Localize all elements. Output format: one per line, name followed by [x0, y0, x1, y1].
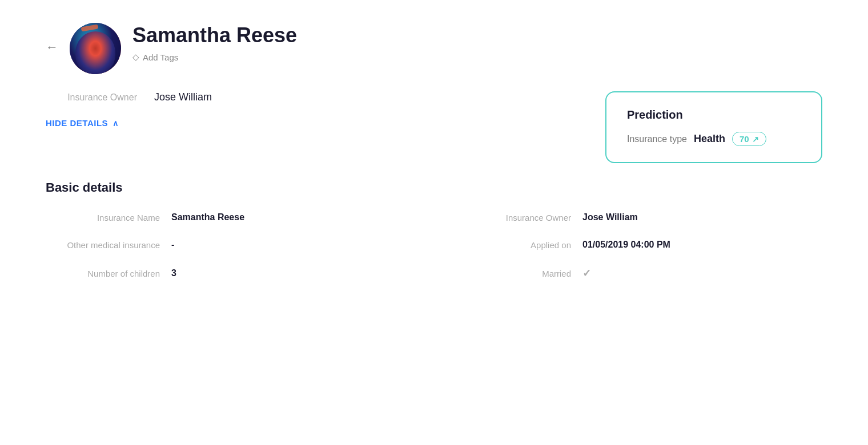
details-grid: Insurance Name Samantha Reese Insurance …	[46, 212, 822, 280]
insurance-type-label: Insurance type	[627, 134, 687, 144]
header: ← Samantha Reese ◇ Add Tags	[46, 23, 822, 74]
header-info: Samantha Reese ◇ Add Tags	[132, 23, 297, 62]
add-tags-button[interactable]: ◇ Add Tags	[132, 52, 297, 62]
detail-field-children: Number of children 3	[46, 267, 411, 280]
detail-value-insurance-owner: Jose William	[582, 212, 638, 222]
chevron-up-icon: ∧	[112, 119, 119, 128]
info-left: Insurance Owner Jose William HIDE DETAIL…	[46, 91, 212, 128]
detail-label-applied-on: Applied on	[457, 240, 571, 250]
prediction-badge: 70 ↗	[732, 132, 766, 146]
hide-details-label: HIDE DETAILS	[46, 118, 108, 128]
tag-icon: ◇	[132, 52, 139, 62]
detail-field-married: Married ✓	[457, 267, 822, 280]
prediction-card: Prediction Insurance type Health 70 ↗	[605, 91, 822, 163]
hide-details-button[interactable]: HIDE DETAILS ∧	[46, 118, 212, 128]
detail-field-insurance-name: Insurance Name Samantha Reese	[46, 212, 411, 222]
insurance-owner-value: Jose William	[154, 91, 212, 103]
trend-up-icon: ↗	[752, 135, 759, 144]
profile-name: Samantha Reese	[132, 23, 297, 47]
add-tags-label: Add Tags	[143, 52, 178, 62]
detail-field-insurance-owner: Insurance Owner Jose William	[457, 212, 822, 222]
page-container: ← Samantha Reese ◇ Add Tags Insurance Ow…	[0, 0, 868, 445]
basic-details-title: Basic details	[46, 180, 822, 195]
insurance-type-value: Health	[694, 133, 725, 145]
detail-label-other-medical: Other medical insurance	[46, 240, 160, 250]
insurance-owner-label: Insurance Owner	[46, 92, 137, 103]
detail-label-insurance-name: Insurance Name	[46, 213, 160, 222]
prediction-row: Insurance type Health 70 ↗	[627, 132, 801, 146]
back-button[interactable]: ←	[46, 40, 58, 55]
married-check-icon: ✓	[582, 267, 591, 280]
detail-value-children: 3	[171, 268, 176, 278]
info-row: Insurance Owner Jose William HIDE DETAIL…	[46, 91, 822, 163]
prediction-score: 70	[740, 134, 749, 144]
detail-field-other-medical: Other medical insurance -	[46, 240, 411, 250]
detail-label-insurance-owner: Insurance Owner	[457, 213, 571, 222]
detail-value-other-medical: -	[171, 240, 174, 250]
avatar	[70, 23, 121, 74]
detail-field-applied-on: Applied on 01/05/2019 04:00 PM	[457, 240, 822, 250]
prediction-title: Prediction	[627, 108, 801, 122]
insurance-owner-row: Insurance Owner Jose William	[46, 91, 212, 103]
detail-value-applied-on: 01/05/2019 04:00 PM	[582, 240, 670, 250]
detail-label-children: Number of children	[46, 269, 160, 278]
detail-label-married: Married	[457, 269, 571, 278]
detail-value-insurance-name: Samantha Reese	[171, 212, 244, 222]
